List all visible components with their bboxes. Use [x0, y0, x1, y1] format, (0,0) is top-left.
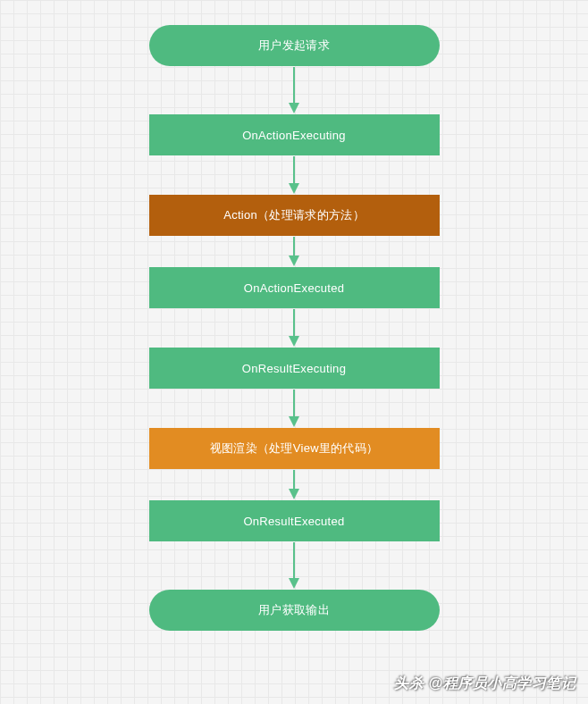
arrow-down-icon — [289, 416, 299, 427]
arrow-down-icon — [289, 578, 299, 589]
arrow-down-icon — [289, 256, 299, 266]
flow-arrow — [289, 156, 299, 194]
flow-node-label: OnResultExecuted — [243, 515, 344, 528]
flow-node-label: Action（处理请求的方法） — [223, 207, 365, 223]
arrow-down-icon — [289, 489, 299, 499]
arrow-line — [293, 542, 295, 578]
flow-node-label: OnActionExecuting — [242, 129, 346, 142]
arrow-line — [293, 156, 295, 183]
flow-node-label: 视图渲染（处理View里的代码） — [210, 440, 379, 457]
flow-node-1: OnActionExecuting — [149, 114, 440, 155]
flow-arrow — [289, 237, 299, 266]
arrow-down-icon — [289, 103, 299, 113]
flow-arrow — [289, 470, 299, 499]
arrow-line — [293, 390, 295, 416]
flow-node-7: 用户获取输出 — [149, 590, 440, 631]
flow-node-6: OnResultExecuted — [149, 500, 440, 541]
flow-node-label: 用户获取输出 — [258, 602, 330, 618]
watermark: 头杀 @程序员小高学习笔记 — [394, 675, 575, 693]
flowchart-container: 用户发起请求OnActionExecutingAction（处理请求的方法）On… — [0, 0, 588, 631]
flow-node-5: 视图渲染（处理View里的代码） — [149, 428, 440, 469]
arrow-line — [293, 237, 295, 256]
arrow-line — [293, 67, 295, 103]
arrow-line — [293, 309, 295, 336]
flow-arrow — [289, 67, 299, 113]
flow-arrow — [289, 309, 299, 347]
arrow-line — [293, 470, 295, 489]
flow-node-3: OnActionExecuted — [149, 267, 440, 308]
flow-arrow — [289, 542, 299, 589]
flow-node-label: OnActionExecuted — [244, 281, 344, 295]
flow-arrow — [289, 390, 299, 427]
flow-node-2: Action（处理请求的方法） — [149, 195, 440, 236]
flow-node-label: OnResultExecuting — [242, 362, 346, 375]
arrow-down-icon — [289, 183, 299, 194]
flow-node-0: 用户发起请求 — [149, 25, 440, 66]
flow-node-label: 用户发起请求 — [258, 38, 330, 54]
flow-node-4: OnResultExecuting — [149, 348, 440, 389]
arrow-down-icon — [289, 336, 299, 347]
